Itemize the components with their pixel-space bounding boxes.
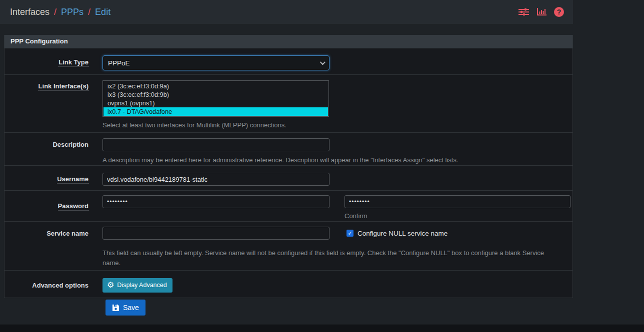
breadcrumb-edit-link[interactable]: Edit <box>95 7 110 17</box>
ppp-configuration-panel: PPP Configuration Link Type PPPoE Link I… <box>4 35 573 298</box>
footer-strip <box>0 325 644 332</box>
username-row: Username <box>4 165 572 190</box>
configure-null-checkbox-group[interactable]: ✓ Configure NULL service name <box>346 230 448 237</box>
configure-null-checkbox[interactable]: ✓ <box>346 230 354 237</box>
link-interfaces-label: Link Interface(s) <box>38 82 88 91</box>
password-input[interactable] <box>102 195 330 208</box>
description-help: A description may be entered here for ad… <box>102 155 572 165</box>
save-button[interactable]: Save <box>106 300 146 316</box>
link-interfaces-help: Select at least two interfaces for Multi… <box>102 120 572 130</box>
link-interfaces-listbox[interactable]: ix2 (3c:ec:ef:f3:0d:9a) ix3 (3c:ec:ef:f3… <box>102 80 329 117</box>
breadcrumb-separator: / <box>88 7 90 17</box>
display-advanced-button-label: Display Advanced <box>117 282 166 289</box>
confirm-label: Confirm <box>344 211 570 221</box>
link-type-label: Link Type <box>58 58 88 67</box>
service-name-input[interactable] <box>102 227 330 240</box>
breadcrumb: Interfaces / PPPs / Edit <box>10 7 110 17</box>
description-row: Description A description may be entered… <box>4 132 572 165</box>
link-type-row: Link Type PPPoE <box>4 48 572 74</box>
description-input[interactable] <box>102 138 330 151</box>
link-type-selected-value: PPPoE <box>108 59 320 67</box>
description-label: Description <box>52 141 88 149</box>
link-interfaces-row: Link Interface(s) ix2 (3c:ec:ef:f3:0d:9a… <box>4 74 572 132</box>
sliders-icon[interactable] <box>518 6 529 17</box>
service-name-label: Service name <box>46 230 88 237</box>
interface-option-ix0-7-selected[interactable]: ix0.7 - DTAG/vodafone <box>104 107 328 116</box>
breadcrumb-interfaces[interactable]: Interfaces <box>10 7 50 17</box>
save-button-label: Save <box>123 304 139 312</box>
configure-null-label: Configure NULL service name <box>358 230 448 237</box>
help-icon[interactable]: ? <box>554 7 564 17</box>
gear-icon: ⚙ <box>107 282 114 289</box>
pfsense-ppp-edit-screen: Interfaces / PPPs / Edit <box>0 0 644 332</box>
advanced-options-label: Advanced options <box>32 282 88 289</box>
advanced-options-row: Advanced options ⚙ Display Advanced <box>4 270 572 298</box>
form-actions: Save <box>106 300 146 316</box>
username-input[interactable] <box>102 173 330 186</box>
display-advanced-button[interactable]: ⚙ Display Advanced <box>102 278 172 293</box>
interface-option-ix2[interactable]: ix2 (3c:ec:ef:f3:0d:9a) <box>104 82 328 90</box>
panel-title: PPP Configuration <box>4 35 572 48</box>
save-icon <box>112 304 120 312</box>
top-navigation-bar: Interfaces / PPPs / Edit <box>0 0 573 24</box>
topbar-icon-group: ? <box>518 6 564 17</box>
password-row: Password Confirm <box>4 190 572 221</box>
interface-option-ix3[interactable]: ix3 (3c:ec:ef:f3:0d:9b) <box>104 90 328 99</box>
breadcrumb-separator: / <box>54 7 56 17</box>
interface-option-ovpns1[interactable]: ovpns1 (ovpns1) <box>104 99 328 107</box>
bar-chart-icon[interactable] <box>536 6 547 17</box>
chevron-down-icon <box>320 59 326 65</box>
service-name-row: Service name ✓ Configure NULL service na… <box>4 221 572 270</box>
password-label: Password <box>58 202 88 211</box>
username-label: Username <box>57 175 88 184</box>
link-type-select[interactable]: PPPoE <box>102 55 330 70</box>
breadcrumb-ppps-link[interactable]: PPPs <box>61 7 84 17</box>
password-confirm-input[interactable] <box>344 195 570 208</box>
service-name-help: This field can usually be left empty. Se… <box>102 248 555 268</box>
